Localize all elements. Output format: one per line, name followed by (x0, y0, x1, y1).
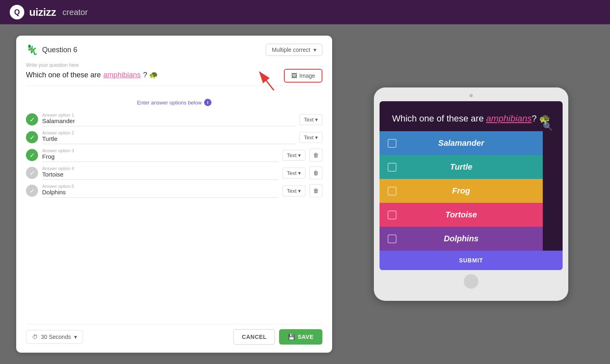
image-icon: 🖼 (291, 72, 297, 79)
text-dropdown-1[interactable]: Text ▾ (299, 114, 322, 125)
text-dropdown-5[interactable]: Text ▾ (282, 185, 305, 196)
chevron-icon-5: ▾ (298, 188, 301, 194)
enter-answer-hint: Enter answer options below (137, 100, 202, 106)
question-label-row: 🦎 Question 6 (26, 44, 77, 55)
answer-input-2[interactable]: Answer option 2 Turtle (42, 130, 295, 144)
question-text-area: Write your question here Which one of th… (26, 62, 322, 86)
correct-check-2[interactable]: ✓ (26, 131, 38, 143)
answer-input-1[interactable]: Answer option 1 Salamander (42, 113, 295, 126)
tablet-submit-button[interactable]: SUBMIT (380, 251, 563, 270)
text-dropdown-4[interactable]: Text ▾ (282, 168, 305, 179)
tablet-checkbox-4[interactable] (388, 211, 397, 219)
footer-buttons: CANCEL 💾 SAVE (233, 329, 322, 345)
text-dropdown-3[interactable]: Text ▾ (282, 150, 305, 161)
correct-check-5[interactable]: ✓ (26, 185, 38, 197)
tablet-answer-text-1: Salamander (397, 138, 526, 148)
answer-value-5[interactable]: Dolphins (42, 189, 278, 196)
logo-icon: Q (10, 5, 24, 19)
answer-label-3: Answer option 3 (42, 148, 278, 153)
question-placeholder: Write your question here (26, 62, 322, 68)
answer-options: ✓ Answer option 1 Salamander Text ▾ ✓ An… (26, 113, 322, 198)
tablet-frame: Which one of these are amphibians? 🐢 🔍 S… (374, 87, 568, 301)
image-button[interactable]: 🖼 Image (284, 69, 322, 83)
question-text-before: Which one of these are (26, 70, 101, 81)
tablet-answer-1[interactable]: Salamander (380, 131, 543, 155)
tablet-question: Which one of these are amphibians? 🐢 🔍 (380, 101, 563, 132)
tablet-answer-text-4: Tortoise (397, 210, 526, 219)
tablet-answer-text-3: Frog (397, 186, 526, 196)
tablet-answer-5[interactable]: Dolphins (380, 227, 543, 251)
main-content: 🦎 Question 6 Multiple correct ▾ Write yo… (0, 24, 610, 364)
tablet-screen: Which one of these are amphibians? 🐢 🔍 S… (380, 101, 563, 270)
save-button[interactable]: 💾 SAVE (279, 329, 322, 345)
chevron-icon-4: ▾ (298, 170, 301, 176)
preview-panel: Which one of these are amphibians? 🐢 🔍 S… (348, 36, 594, 353)
answer-input-5[interactable]: Answer option 5 Dolphins (42, 184, 278, 198)
chevron-down-icon: ▾ (314, 47, 316, 53)
tablet-question-text: Which one of these are amphibians? 🐢 🔍 (389, 113, 553, 125)
answer-row-5: ✓ Answer option 5 Dolphins Text ▾ 🗑 (26, 184, 322, 198)
text-dropdown-2[interactable]: Text ▾ (299, 132, 322, 143)
answer-value-4[interactable]: Tortoise (42, 171, 278, 178)
save-icon: 💾 (288, 334, 295, 340)
editor-footer: ⏱ 30 Seconds ▾ CANCEL 💾 SAVE (26, 324, 322, 345)
answer-row-2: ✓ Answer option 2 Turtle Text ▾ (26, 130, 322, 144)
question-label: Question 6 (42, 46, 77, 54)
logo-text: uizizz (29, 6, 56, 19)
correct-check-1[interactable]: ✓ (26, 113, 38, 126)
question-text-highlighted: amphibians (103, 70, 141, 81)
delete-button-4[interactable]: 🗑 (309, 166, 322, 179)
enter-answer-hint-row: Enter answer options below i (26, 99, 322, 106)
tablet-answer-4[interactable]: Tortoise (380, 203, 543, 227)
delete-button-3[interactable]: 🗑 (309, 149, 322, 162)
tablet-checkbox-1[interactable] (388, 139, 397, 148)
tablet-home-button[interactable] (464, 274, 478, 289)
answer-label-2: Answer option 2 (42, 130, 295, 135)
tablet-question-before: Which one of these are (392, 113, 486, 123)
clock-icon: ⏱ (32, 334, 38, 340)
answer-input-4[interactable]: Answer option 4 Tortoise (42, 166, 278, 180)
logo-q: Q (14, 8, 20, 17)
correct-check-3[interactable]: ✓ (26, 149, 38, 161)
answer-value-3[interactable]: Frog (42, 153, 278, 160)
tablet-camera (469, 94, 473, 97)
correct-check-4[interactable]: ✓ (26, 167, 38, 179)
tablet-answer-text-2: Turtle (397, 162, 526, 172)
zoom-icon[interactable]: 🔍 (543, 121, 553, 132)
time-dropdown[interactable]: ⏱ 30 Seconds ▾ (26, 330, 83, 344)
top-nav: Q uizizz creator (0, 0, 610, 24)
answer-value-1[interactable]: Salamander (42, 117, 295, 124)
answer-row-1: ✓ Answer option 1 Salamander Text ▾ (26, 113, 322, 126)
answer-label-4: Answer option 4 (42, 166, 278, 171)
chevron-time-icon: ▾ (74, 334, 77, 340)
answer-label-1: Answer option 1 (42, 113, 295, 117)
chevron-icon-2: ▾ (315, 134, 318, 140)
question-text-after: ? 🐢 (143, 70, 158, 81)
creator-label: creator (62, 8, 87, 17)
tablet-answer-3[interactable]: Frog (380, 179, 543, 203)
tablet-checkbox-5[interactable] (388, 234, 397, 243)
tablet-answer-2[interactable]: Turtle (380, 155, 543, 179)
info-icon: i (204, 99, 211, 106)
chevron-icon-1: ▾ (315, 117, 318, 123)
question-icon: 🦎 (26, 44, 38, 55)
tablet-checkbox-3[interactable] (388, 187, 397, 196)
type-dropdown[interactable]: Multiple correct ▾ (266, 44, 322, 56)
answer-label-5: Answer option 5 (42, 184, 278, 189)
cancel-button[interactable]: CANCEL (233, 329, 275, 345)
answer-row-4: ✓ Answer option 4 Tortoise Text ▾ 🗑 (26, 166, 322, 180)
editor-panel: 🦎 Question 6 Multiple correct ▾ Write yo… (16, 36, 332, 353)
answer-value-2[interactable]: Turtle (42, 135, 295, 142)
tablet-answers: Salamander Turtle Frog (380, 131, 543, 251)
editor-header: 🦎 Question 6 Multiple correct ▾ (26, 44, 322, 56)
question-text[interactable]: Which one of these are amphibians? 🐢 (26, 70, 322, 81)
delete-button-5[interactable]: 🗑 (309, 184, 322, 197)
tablet-question-highlighted: amphibians (486, 113, 532, 123)
answer-input-3[interactable]: Answer option 3 Frog (42, 148, 278, 162)
tablet-answer-text-5: Dolphins (397, 234, 526, 243)
chevron-icon-3: ▾ (298, 152, 301, 158)
tablet-checkbox-2[interactable] (388, 163, 397, 172)
answer-row-3: ✓ Answer option 3 Frog Text ▾ 🗑 (26, 148, 322, 162)
